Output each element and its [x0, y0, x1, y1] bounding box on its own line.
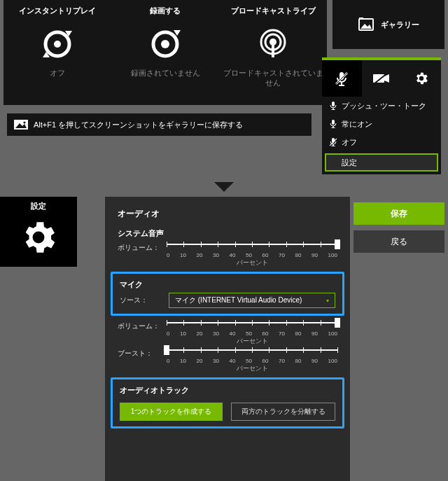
- mic-off-icon: [333, 70, 350, 87]
- mic-volume-slider[interactable]: [167, 320, 337, 330]
- gear-icon: [18, 217, 59, 258]
- hint-text: Alt+F1 を押してスクリーンショットをギャラリーに保存する: [34, 120, 243, 130]
- tile-status: オフ: [50, 68, 65, 78]
- settings-tile-label: 設定: [31, 201, 46, 211]
- side-tab-settings[interactable]: [401, 60, 441, 97]
- svg-rect-33: [332, 146, 335, 146]
- side-settings-label: 設定: [342, 158, 357, 168]
- slider-tick-labels: 0102030405060708090100: [167, 358, 337, 364]
- side-item-label: 常にオン: [342, 119, 372, 130]
- side-tab-camera[interactable]: [362, 60, 402, 97]
- svg-rect-12: [359, 18, 363, 20]
- svg-rect-28: [332, 120, 335, 125]
- svg-rect-25: [332, 102, 335, 106]
- svg-rect-27: [332, 109, 335, 110]
- mic-heading: マイク: [120, 279, 335, 290]
- slider-tick-labels: 0102030405060708090100: [167, 252, 337, 258]
- tile-status: 録画されていません: [131, 68, 200, 78]
- track-split-button[interactable]: 両方のトラックを分離する: [231, 403, 335, 421]
- mic-off-icon: [329, 138, 337, 146]
- svg-rect-18: [341, 82, 342, 85]
- slider-unit: パーセント: [167, 364, 337, 373]
- svg-rect-30: [332, 127, 335, 128]
- system-volume-slider[interactable]: [167, 242, 337, 251]
- tile-record[interactable]: 録画する 録画されていません: [111, 0, 219, 105]
- side-settings-item[interactable]: 設定: [325, 153, 438, 172]
- boost-slider[interactable]: [167, 347, 337, 357]
- chevron-down-icon: ▾: [326, 298, 329, 304]
- gear-icon: [414, 71, 429, 86]
- screenshot-hint[interactable]: Alt+F1 を押してスクリーンショットをギャラリーに保存する: [7, 113, 312, 136]
- back-button[interactable]: 戻る: [354, 230, 444, 253]
- picture-icon: [14, 120, 28, 130]
- mic-icon: [329, 102, 337, 110]
- mic-highlight-box: マイク ソース： マイク (INTERNET Virtual Audio Dev…: [111, 272, 344, 316]
- side-item-label: プッシュ・ツー・トーク: [342, 101, 426, 111]
- tile-title: インスタントリプレイ: [19, 6, 96, 16]
- mic-mode-off[interactable]: オフ: [322, 133, 441, 151]
- overlay-main-panel: インスタントリプレイ オフ 録画する 録画されていません ブロードキャストライブ: [4, 0, 327, 105]
- svg-rect-22: [373, 74, 384, 83]
- svg-point-7: [270, 39, 276, 46]
- svg-point-1: [54, 41, 61, 48]
- svg-rect-29: [332, 126, 333, 127]
- mic-side-panel: プッシュ・ツー・トーク 常にオン オフ 設定: [322, 57, 441, 174]
- system-sound-heading: システム音声: [118, 228, 337, 239]
- settings-nav-tile[interactable]: 設定: [0, 197, 77, 267]
- svg-rect-32: [332, 144, 333, 146]
- replay-icon: [41, 27, 74, 61]
- mic-source-select[interactable]: マイク (INTERNET Virtual Audio Device) ▾: [169, 293, 335, 308]
- mic-mode-always-on[interactable]: 常にオン: [322, 115, 441, 133]
- section-title-audio: オーディオ: [118, 208, 337, 220]
- mic-source-value: マイク (INTERNET Virtual Audio Device): [175, 295, 302, 305]
- boost-label: ブースト：: [118, 347, 160, 358]
- track-one-button[interactable]: 1つのトラックを作成する: [120, 403, 223, 421]
- svg-marker-13: [360, 24, 372, 29]
- svg-rect-10: [272, 45, 274, 57]
- side-tab-mic[interactable]: [322, 60, 362, 97]
- record-icon: [148, 27, 182, 61]
- track-highlight-box: オーディオトラック 1つのトラックを作成する 両方のトラックを分離する: [111, 377, 344, 428]
- volume-label: ボリューム：: [118, 242, 160, 253]
- svg-point-5: [161, 40, 169, 48]
- svg-rect-26: [332, 108, 333, 109]
- mic-icon: [329, 120, 337, 128]
- down-arrow-icon: [214, 182, 234, 192]
- tile-instant-replay[interactable]: インスタントリプレイ オフ: [4, 0, 111, 105]
- volume-label: ボリューム：: [118, 320, 160, 331]
- svg-rect-19: [339, 85, 344, 86]
- slider-tick-labels: 0102030405060708090100: [167, 330, 337, 337]
- broadcast-icon: [256, 27, 290, 61]
- tile-status: ブロードキャストされていません: [222, 68, 324, 88]
- camera-off-icon: [372, 71, 391, 85]
- tile-title: 録画する: [150, 6, 181, 16]
- track-heading: オーディオトラック: [120, 385, 335, 396]
- tile-title: ブロードキャストライブ: [231, 6, 316, 16]
- save-button[interactable]: 保存: [354, 202, 444, 225]
- tile-broadcast[interactable]: ブロードキャストライブ ブロードキャストされていません: [219, 0, 327, 105]
- mic-mode-ptt[interactable]: プッシュ・ツー・トーク: [322, 97, 441, 115]
- gallery-label: ギャラリー: [381, 20, 419, 30]
- svg-point-16: [23, 121, 25, 123]
- source-label: ソース：: [120, 295, 162, 305]
- audio-settings-panel: オーディオ システム音声 ボリューム： 01020304050607080901…: [105, 197, 350, 481]
- side-item-label: オフ: [342, 137, 357, 148]
- slider-unit: パーセント: [167, 337, 337, 346]
- gallery-icon: [358, 17, 374, 32]
- gallery-button[interactable]: ギャラリー: [332, 0, 444, 49]
- slider-unit: パーセント: [167, 258, 337, 267]
